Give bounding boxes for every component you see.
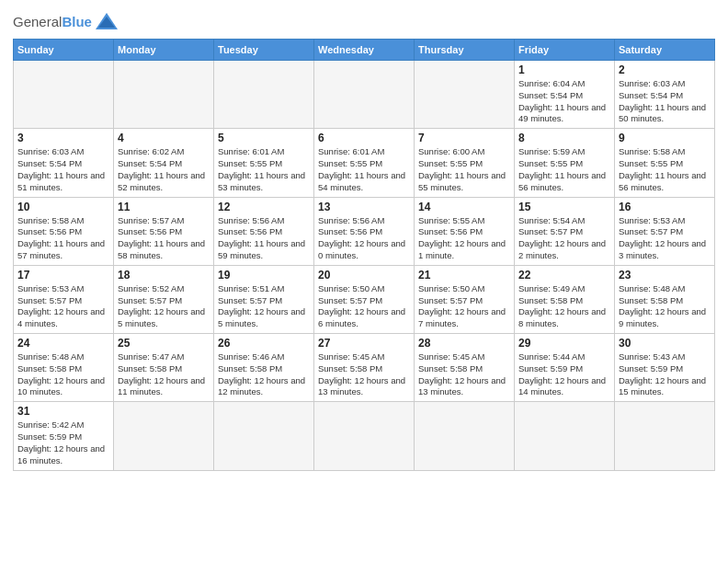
calendar-day-cell: 11Sunrise: 5:57 AMSunset: 5:56 PMDayligh…	[114, 197, 214, 265]
calendar-week-row: 24Sunrise: 5:48 AMSunset: 5:58 PMDayligh…	[14, 334, 715, 402]
calendar-day-cell	[615, 402, 715, 470]
day-number: 5	[218, 132, 310, 144]
day-number: 28	[418, 337, 510, 350]
day-number: 3	[17, 132, 109, 144]
day-number: 9	[619, 132, 711, 144]
day-info: Sunrise: 5:58 AMSunset: 5:55 PMDaylight:…	[619, 146, 711, 193]
day-info: Sunrise: 5:53 AMSunset: 5:57 PMDaylight:…	[619, 215, 711, 262]
day-number: 26	[218, 337, 310, 350]
calendar-day-cell: 17Sunrise: 5:53 AMSunset: 5:57 PMDayligh…	[14, 265, 114, 333]
day-number: 6	[318, 132, 410, 144]
calendar-day-cell: 22Sunrise: 5:49 AMSunset: 5:58 PMDayligh…	[515, 265, 615, 333]
day-info: Sunrise: 5:44 AMSunset: 5:59 PMDaylight:…	[518, 351, 610, 398]
calendar-day-cell	[214, 61, 314, 129]
calendar-day-cell: 2Sunrise: 6:03 AMSunset: 5:54 PMDaylight…	[615, 61, 715, 129]
calendar-day-cell: 26Sunrise: 5:46 AMSunset: 5:58 PMDayligh…	[214, 334, 314, 402]
calendar-day-cell: 14Sunrise: 5:55 AMSunset: 5:56 PMDayligh…	[415, 197, 515, 265]
day-info: Sunrise: 5:48 AMSunset: 5:58 PMDaylight:…	[17, 351, 109, 398]
day-number: 20	[318, 269, 410, 282]
day-info: Sunrise: 6:00 AMSunset: 5:55 PMDaylight:…	[418, 146, 510, 193]
day-info: Sunrise: 5:56 AMSunset: 5:56 PMDaylight:…	[318, 215, 410, 262]
header: GeneralBlue	[13, 9, 715, 35]
calendar-day-cell: 1Sunrise: 6:04 AMSunset: 5:54 PMDaylight…	[515, 61, 615, 129]
day-info: Sunrise: 6:02 AMSunset: 5:54 PMDaylight:…	[118, 146, 210, 193]
weekday-header-row: SundayMondayTuesdayWednesdayThursdayFrid…	[14, 40, 715, 61]
calendar-day-cell: 31Sunrise: 5:42 AMSunset: 5:59 PMDayligh…	[14, 402, 114, 470]
day-number: 18	[118, 269, 210, 282]
calendar-day-cell	[314, 402, 415, 470]
calendar-day-cell: 8Sunrise: 5:59 AMSunset: 5:55 PMDaylight…	[515, 129, 615, 197]
calendar-day-cell: 10Sunrise: 5:58 AMSunset: 5:56 PMDayligh…	[14, 197, 114, 265]
day-info: Sunrise: 5:53 AMSunset: 5:57 PMDaylight:…	[17, 283, 109, 330]
day-number: 25	[118, 337, 210, 350]
calendar-day-cell: 21Sunrise: 5:50 AMSunset: 5:57 PMDayligh…	[415, 265, 515, 333]
day-info: Sunrise: 5:52 AMSunset: 5:57 PMDaylight:…	[118, 283, 210, 330]
calendar-day-cell: 15Sunrise: 5:54 AMSunset: 5:57 PMDayligh…	[515, 197, 615, 265]
day-number: 14	[418, 201, 510, 213]
calendar-week-row: 3Sunrise: 6:03 AMSunset: 5:54 PMDaylight…	[14, 129, 715, 197]
calendar-day-cell: 3Sunrise: 6:03 AMSunset: 5:54 PMDaylight…	[14, 129, 114, 197]
day-info: Sunrise: 6:03 AMSunset: 5:54 PMDaylight:…	[619, 78, 711, 125]
day-info: Sunrise: 5:45 AMSunset: 5:58 PMDaylight:…	[318, 351, 410, 398]
calendar-day-cell: 28Sunrise: 5:45 AMSunset: 5:58 PMDayligh…	[415, 334, 515, 402]
day-info: Sunrise: 5:51 AMSunset: 5:57 PMDaylight:…	[218, 283, 310, 330]
day-info: Sunrise: 5:50 AMSunset: 5:57 PMDaylight:…	[318, 283, 410, 330]
day-number: 13	[318, 201, 410, 213]
day-number: 11	[118, 201, 210, 213]
day-number: 2	[619, 63, 711, 76]
day-info: Sunrise: 5:56 AMSunset: 5:56 PMDaylight:…	[218, 215, 310, 262]
weekday-header-sunday: Sunday	[14, 40, 114, 61]
day-number: 22	[518, 269, 610, 282]
calendar-day-cell: 9Sunrise: 5:58 AMSunset: 5:55 PMDaylight…	[615, 129, 715, 197]
day-info: Sunrise: 6:03 AMSunset: 5:54 PMDaylight:…	[17, 146, 109, 193]
day-info: Sunrise: 5:48 AMSunset: 5:58 PMDaylight:…	[619, 283, 711, 330]
calendar-week-row: 31Sunrise: 5:42 AMSunset: 5:59 PMDayligh…	[14, 402, 715, 470]
calendar-day-cell: 19Sunrise: 5:51 AMSunset: 5:57 PMDayligh…	[214, 265, 314, 333]
day-number: 7	[418, 132, 510, 144]
calendar-day-cell: 6Sunrise: 6:01 AMSunset: 5:55 PMDaylight…	[314, 129, 415, 197]
day-info: Sunrise: 5:43 AMSunset: 5:59 PMDaylight:…	[619, 351, 711, 398]
day-info: Sunrise: 5:54 AMSunset: 5:57 PMDaylight:…	[518, 215, 610, 262]
day-number: 21	[418, 269, 510, 282]
logo-text: GeneralBlue	[13, 15, 92, 30]
logo-blue-text: Blue	[62, 14, 92, 29]
calendar-day-cell: 5Sunrise: 6:01 AMSunset: 5:55 PMDaylight…	[214, 129, 314, 197]
logo: GeneralBlue	[13, 9, 119, 35]
calendar-day-cell: 25Sunrise: 5:47 AMSunset: 5:58 PMDayligh…	[114, 334, 214, 402]
weekday-header-saturday: Saturday	[615, 40, 715, 61]
day-info: Sunrise: 5:45 AMSunset: 5:58 PMDaylight:…	[418, 351, 510, 398]
day-number: 27	[318, 337, 410, 350]
day-number: 10	[17, 201, 109, 213]
calendar-day-cell	[415, 61, 515, 129]
calendar-day-cell: 23Sunrise: 5:48 AMSunset: 5:58 PMDayligh…	[615, 265, 715, 333]
day-info: Sunrise: 5:58 AMSunset: 5:56 PMDaylight:…	[17, 215, 109, 262]
day-number: 23	[619, 269, 711, 282]
page: GeneralBlue SundayMondayTuesdayWednesday…	[0, 0, 728, 480]
calendar-day-cell: 12Sunrise: 5:56 AMSunset: 5:56 PMDayligh…	[214, 197, 314, 265]
calendar-day-cell	[114, 61, 214, 129]
calendar-day-cell: 16Sunrise: 5:53 AMSunset: 5:57 PMDayligh…	[615, 197, 715, 265]
weekday-header-monday: Monday	[114, 40, 214, 61]
day-number: 19	[218, 269, 310, 282]
day-info: Sunrise: 6:01 AMSunset: 5:55 PMDaylight:…	[218, 146, 310, 193]
calendar-week-row: 1Sunrise: 6:04 AMSunset: 5:54 PMDaylight…	[14, 61, 715, 129]
calendar-week-row: 10Sunrise: 5:58 AMSunset: 5:56 PMDayligh…	[14, 197, 715, 265]
day-info: Sunrise: 5:49 AMSunset: 5:58 PMDaylight:…	[518, 283, 610, 330]
day-number: 24	[17, 337, 109, 350]
day-number: 29	[518, 337, 610, 350]
day-info: Sunrise: 5:47 AMSunset: 5:58 PMDaylight:…	[118, 351, 210, 398]
weekday-header-friday: Friday	[515, 40, 615, 61]
calendar-day-cell	[14, 61, 114, 129]
day-info: Sunrise: 5:57 AMSunset: 5:56 PMDaylight:…	[118, 215, 210, 262]
day-number: 8	[518, 132, 610, 144]
calendar-week-row: 17Sunrise: 5:53 AMSunset: 5:57 PMDayligh…	[14, 265, 715, 333]
day-number: 31	[17, 405, 109, 418]
day-info: Sunrise: 5:42 AMSunset: 5:59 PMDaylight:…	[17, 419, 109, 466]
day-info: Sunrise: 5:50 AMSunset: 5:57 PMDaylight:…	[418, 283, 510, 330]
calendar-day-cell: 18Sunrise: 5:52 AMSunset: 5:57 PMDayligh…	[114, 265, 214, 333]
weekday-header-wednesday: Wednesday	[314, 40, 415, 61]
weekday-header-tuesday: Tuesday	[214, 40, 314, 61]
calendar-day-cell: 27Sunrise: 5:45 AMSunset: 5:58 PMDayligh…	[314, 334, 415, 402]
calendar-day-cell: 4Sunrise: 6:02 AMSunset: 5:54 PMDaylight…	[114, 129, 214, 197]
calendar-day-cell	[415, 402, 515, 470]
